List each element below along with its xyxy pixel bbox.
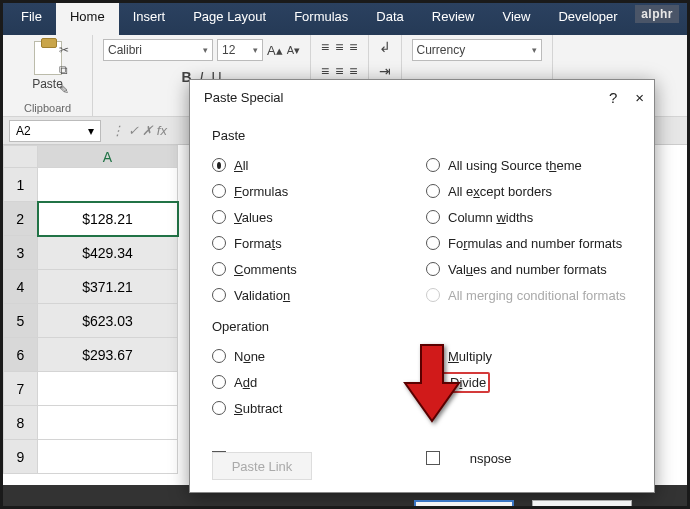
select-all-corner[interactable] bbox=[4, 146, 38, 168]
cell-a3[interactable]: $429.34 bbox=[38, 236, 178, 270]
paste-comments-radio[interactable]: Comments bbox=[212, 259, 418, 279]
paste-except_borders-label: All except borders bbox=[448, 184, 552, 199]
tab-view[interactable]: View bbox=[488, 3, 544, 35]
paste-values-radio[interactable]: Values bbox=[212, 207, 418, 227]
copy-icon[interactable]: ⧉ bbox=[59, 63, 77, 79]
checkbox-icon bbox=[426, 451, 440, 465]
row-header-6[interactable]: 6 bbox=[4, 338, 38, 372]
merge-center-icon[interactable]: ⇥ bbox=[379, 63, 391, 79]
row-header-7[interactable]: 7 bbox=[4, 372, 38, 406]
col-header-a[interactable]: A bbox=[38, 146, 178, 168]
row-header-4[interactable]: 4 bbox=[4, 270, 38, 304]
row-header-3[interactable]: 3 bbox=[4, 236, 38, 270]
fx-icon[interactable]: ⋮ ✓ ✗ fx bbox=[111, 123, 167, 138]
row-header-2[interactable]: 2 bbox=[4, 202, 38, 236]
ok-button[interactable]: OK bbox=[414, 500, 514, 509]
tab-developer[interactable]: Developer bbox=[544, 3, 631, 35]
increase-font-icon[interactable]: A▴ bbox=[267, 43, 283, 58]
transpose-checkbox[interactable]: nspose bbox=[426, 448, 632, 468]
font-name-value: Calibri bbox=[108, 43, 142, 57]
radio-icon bbox=[426, 210, 440, 224]
dialog-help-button[interactable]: ? bbox=[609, 89, 617, 106]
op-subtract-radio[interactable]: Subtract bbox=[212, 398, 418, 418]
paste-form_num-label: Formulas and number formats bbox=[448, 236, 622, 251]
paste-val_num-radio[interactable]: Values and number formats bbox=[426, 259, 632, 279]
dialog-title: Paste Special bbox=[204, 90, 284, 105]
cut-icon[interactable]: ✂ bbox=[59, 43, 77, 59]
op-none-radio[interactable]: None bbox=[212, 346, 418, 366]
radio-icon bbox=[212, 401, 226, 415]
op-add-radio[interactable]: Add bbox=[212, 372, 418, 392]
cell-a7[interactable] bbox=[38, 372, 178, 406]
paste-validation-radio[interactable]: Validation bbox=[212, 285, 418, 305]
number-format-value: Currency bbox=[417, 43, 466, 57]
cell-a2[interactable]: $128.21 bbox=[38, 202, 178, 236]
paste-merge_cond-radio: All merging conditional formats bbox=[426, 285, 632, 305]
decrease-font-icon[interactable]: A▾ bbox=[287, 44, 300, 57]
align-right-icon[interactable]: ≡ bbox=[349, 63, 357, 79]
radio-icon bbox=[212, 288, 226, 302]
paste-comments-label: Comments bbox=[234, 262, 297, 277]
tab-home[interactable]: Home bbox=[56, 3, 119, 35]
align-bottom-icon[interactable]: ≡ bbox=[349, 39, 357, 55]
tab-data[interactable]: Data bbox=[362, 3, 417, 35]
row-header-5[interactable]: 5 bbox=[4, 304, 38, 338]
row-header-8[interactable]: 8 bbox=[4, 406, 38, 440]
align-middle-icon[interactable]: ≡ bbox=[335, 39, 343, 55]
wrap-text-icon[interactable]: ↲ bbox=[379, 39, 391, 55]
row-header-9[interactable]: 9 bbox=[4, 440, 38, 474]
cell-a6[interactable]: $293.67 bbox=[38, 338, 178, 372]
cell-a4[interactable]: $371.21 bbox=[38, 270, 178, 304]
format-painter-icon[interactable]: ✎ bbox=[59, 83, 77, 99]
tab-insert[interactable]: Insert bbox=[119, 3, 180, 35]
radio-icon bbox=[426, 288, 440, 302]
radio-icon bbox=[212, 262, 226, 276]
radio-icon bbox=[212, 375, 226, 389]
align-top-icon[interactable]: ≡ bbox=[321, 39, 329, 55]
tab-formulas[interactable]: Formulas bbox=[280, 3, 362, 35]
row-header-1[interactable]: 1 bbox=[4, 168, 38, 202]
paste-src_theme-radio[interactable]: All using Source theme bbox=[426, 155, 632, 175]
font-size-value: 12 bbox=[222, 43, 235, 57]
align-center-icon[interactable]: ≡ bbox=[335, 63, 343, 79]
cell-a1[interactable] bbox=[38, 168, 178, 202]
name-box[interactable]: A2▾ bbox=[9, 120, 101, 142]
paste-special-dialog: Paste Special ? × Paste AllFormulasValue… bbox=[189, 79, 655, 493]
tab-review[interactable]: Review bbox=[418, 3, 489, 35]
paste-formulas-radio[interactable]: Formulas bbox=[212, 181, 418, 201]
paste-form_num-radio[interactable]: Formulas and number formats bbox=[426, 233, 632, 253]
radio-icon bbox=[212, 210, 226, 224]
paste-link-button: Paste Link bbox=[212, 452, 312, 480]
align-left-icon[interactable]: ≡ bbox=[321, 63, 329, 79]
paste-src_theme-label: All using Source theme bbox=[448, 158, 582, 173]
tab-page-layout[interactable]: Page Layout bbox=[179, 3, 280, 35]
paste-formulas-label: Formulas bbox=[234, 184, 288, 199]
cell-a8[interactable] bbox=[38, 406, 178, 440]
paste-col_widths-radio[interactable]: Column widths bbox=[426, 207, 632, 227]
paste-formats-label: Formats bbox=[234, 236, 282, 251]
group-label-clipboard: Clipboard bbox=[3, 102, 92, 114]
tab-file[interactable]: File bbox=[7, 3, 56, 35]
paste-section-label: Paste bbox=[212, 128, 632, 143]
radio-icon bbox=[426, 184, 440, 198]
radio-icon bbox=[426, 158, 440, 172]
paste-formats-radio[interactable]: Formats bbox=[212, 233, 418, 253]
paste-except_borders-radio[interactable]: All except borders bbox=[426, 181, 632, 201]
cancel-button[interactable]: Cancel bbox=[532, 500, 632, 509]
font-name-select[interactable]: Calibri▾ bbox=[103, 39, 213, 61]
cell-a9[interactable] bbox=[38, 440, 178, 474]
group-clipboard: Paste ✂ ⧉ ✎ Clipboard bbox=[3, 35, 93, 116]
cell-a5[interactable]: $623.03 bbox=[38, 304, 178, 338]
paste-icon bbox=[34, 41, 62, 75]
name-box-value: A2 bbox=[16, 124, 31, 138]
dialog-titlebar[interactable]: Paste Special ? × bbox=[190, 80, 654, 114]
radio-icon bbox=[426, 236, 440, 250]
radio-icon bbox=[212, 158, 226, 172]
font-size-select[interactable]: 12▾ bbox=[217, 39, 263, 61]
op-subtract-label: Subtract bbox=[234, 401, 282, 416]
paste-all-radio[interactable]: All bbox=[212, 155, 418, 175]
dialog-close-button[interactable]: × bbox=[635, 89, 644, 106]
watermark-badge: alphr bbox=[635, 5, 679, 23]
number-format-select[interactable]: Currency▾ bbox=[412, 39, 542, 61]
ribbon-tabs: File Home Insert Page Layout Formulas Da… bbox=[3, 3, 687, 35]
